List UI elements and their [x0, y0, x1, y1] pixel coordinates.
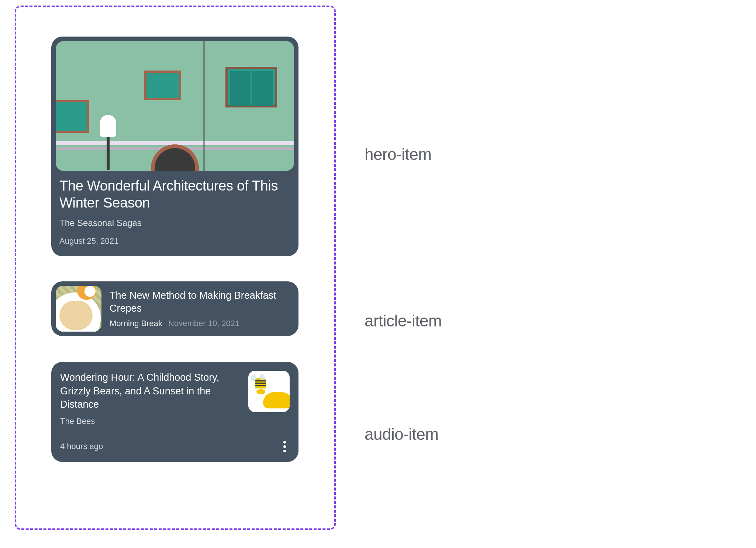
audio-item-card[interactable]: Wondering Hour: A Childhood Story, Grizz…: [51, 362, 298, 462]
hero-item-card[interactable]: The Wonderful Architectures of This Wint…: [51, 37, 298, 256]
article-date: November 10, 2021: [168, 319, 239, 328]
more-vert-icon: [283, 441, 286, 443]
hero-source: The Seasonal Sagas: [59, 218, 290, 228]
article-source: Morning Break: [110, 319, 162, 328]
audio-time: 4 hours ago: [60, 442, 103, 451]
hero-body: The Wonderful Architectures of This Wint…: [51, 171, 298, 256]
hero-title: The Wonderful Architectures of This Wint…: [59, 178, 290, 211]
audio-title: Wondering Hour: A Childhood Story, Grizz…: [60, 371, 240, 411]
audio-bottom: 4 hours ago: [60, 439, 290, 455]
article-meta: Morning Break November 10, 2021: [110, 319, 291, 328]
component-list-container: The Wonderful Architectures of This Wint…: [15, 6, 336, 530]
audio-source: The Bees: [60, 417, 240, 426]
audio-thumbnail: [248, 371, 290, 412]
article-title: The New Method to Making Breakfast Crepe…: [110, 289, 291, 315]
article-text: The New Method to Making Breakfast Crepe…: [110, 289, 291, 328]
hero-date: August 25, 2021: [59, 236, 290, 246]
label-hero-item: hero-item: [365, 145, 431, 164]
audio-text: Wondering Hour: A Childhood Story, Grizz…: [60, 371, 240, 426]
article-item-card[interactable]: The New Method to Making Breakfast Crepe…: [51, 281, 298, 336]
label-audio-item: audio-item: [365, 425, 438, 443]
article-thumbnail: [56, 286, 101, 332]
label-article-item: article-item: [365, 312, 442, 330]
more-options-button[interactable]: [280, 439, 290, 455]
audio-top: Wondering Hour: A Childhood Story, Grizz…: [60, 371, 290, 426]
hero-image: [56, 41, 294, 171]
